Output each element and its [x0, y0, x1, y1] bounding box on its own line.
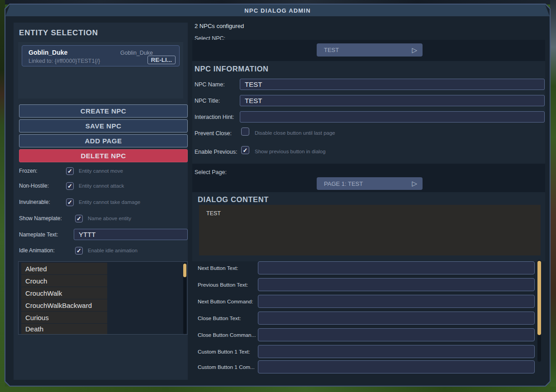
entity-linked-text: Linked to: {#ff0000}TEST1{/} [29, 58, 100, 64]
close-button-command-label: Close Button Comman... [198, 332, 257, 338]
npc-dropdown-value: TEST [324, 47, 412, 53]
nameplate-text-label: Nameplate Text: [19, 231, 75, 238]
frozen-row: Frozen: ✓ Entity cannot move [19, 167, 123, 175]
custom-button-1-text-label: Custom Button 1 Text: [198, 349, 257, 355]
previous-button-text-label: Previous Button Text: [198, 282, 257, 288]
npc-count-text: 2 NPCs configured [195, 23, 244, 29]
animation-item[interactable]: CrouchWalk [21, 287, 107, 299]
title-bar: NPC DIALOG ADMIN [5, 5, 550, 16]
npc-dialog-admin-window: NPC DIALOG ADMIN ENTITY SELECTION Goblin… [5, 4, 551, 387]
interaction-hint-input[interactable] [240, 111, 545, 123]
custom-button-1-text-input[interactable] [258, 345, 535, 358]
next-button-text-input[interactable] [258, 261, 535, 274]
nameplate-text-row: Nameplate Text: [19, 231, 75, 239]
animation-item[interactable]: Alerted [21, 263, 107, 274]
non-hostile-label: Non-Hostile: [19, 183, 66, 189]
frozen-hint: Entity cannot move [79, 168, 123, 174]
idle-animation-label: Idle Animation: [19, 247, 75, 254]
next-button-command-label: Next Button Command: [198, 298, 257, 305]
animation-item[interactable]: Death [21, 324, 107, 334]
prevent-close-label: Prevent Close: [195, 130, 232, 137]
checkmark-icon: ✓ [67, 183, 72, 189]
animation-item[interactable]: Curious [21, 312, 107, 323]
interaction-hint-label: Interaction Hint: [195, 114, 234, 120]
non-hostile-checkbox[interactable]: ✓ [66, 182, 74, 190]
entity-list-item[interactable]: Goblin_Duke Goblin_Duke Linked to: {#ff0… [22, 45, 180, 66]
custom-button-1-command-input[interactable] [258, 360, 535, 373]
select-page-label: Select Page: [195, 169, 227, 175]
entity-type-label: Goblin_Duke [120, 50, 153, 56]
invulnerable-label: Invulnerable: [19, 199, 66, 205]
prevent-close-checkbox[interactable] [241, 128, 249, 136]
npc-select-dropdown[interactable]: TEST ▷ [317, 43, 423, 57]
page-select-dropdown[interactable]: PAGE 1: TEST ▷ [317, 177, 423, 190]
show-nameplate-hint: Name above entity [88, 216, 131, 221]
idle-animation-hint: Enable idle animation [88, 248, 138, 253]
entity-name: Goblin_Duke [29, 49, 67, 56]
animation-item[interactable]: CrouchWalkBackward [21, 299, 107, 311]
invulnerable-hint: Entity cannot take damage [79, 199, 140, 205]
idle-animation-row: Idle Animation: ✓ Enable idle animation [19, 246, 138, 255]
nameplate-text-input[interactable] [74, 229, 188, 240]
add-page-button[interactable]: ADD PAGE [19, 134, 188, 147]
frozen-label: Frozen: [19, 168, 66, 174]
checkmark-icon: ✓ [67, 168, 72, 175]
entity-selection-panel: ENTITY SELECTION Goblin_Duke Goblin_Duke… [14, 23, 188, 380]
checkmark-icon: ✓ [76, 247, 81, 254]
enable-previous-hint: Show previous button in dialog [255, 149, 326, 154]
non-hostile-row: Non-Hostile: ✓ Entity cannot attack [19, 182, 124, 190]
enable-previous-label: Enable Previous: [195, 149, 238, 155]
dialog-content-heading: DIALOG CONTENT [198, 195, 269, 204]
npc-title-label: NPC Title: [195, 98, 220, 104]
invulnerable-checkbox[interactable]: ✓ [66, 198, 74, 206]
close-button-text-label: Close Button Text: [198, 315, 257, 321]
dialog-content-textarea[interactable]: TEST [199, 205, 541, 255]
entity-selection-heading: ENTITY SELECTION [19, 28, 98, 38]
page-scrollbar-thumb[interactable] [537, 261, 541, 335]
show-nameplate-label: Show Nameplate: [19, 215, 75, 222]
show-nameplate-checkbox[interactable]: ✓ [75, 215, 83, 222]
invulnerable-row: Invulnerable: ✓ Entity cannot take damag… [19, 198, 140, 206]
frozen-checkbox[interactable]: ✓ [66, 167, 74, 175]
next-button-text-label: Next Button Text: [198, 265, 257, 271]
game-background-right [550, 0, 556, 392]
dropdown-arrow-icon: ▷ [412, 179, 417, 188]
relink-button[interactable]: RE-LI... [147, 56, 176, 64]
window-title: NPC DIALOG ADMIN [244, 7, 311, 14]
checkmark-icon: ✓ [76, 215, 81, 222]
idle-animation-checkbox[interactable]: ✓ [75, 247, 83, 255]
next-button-command-input[interactable] [258, 295, 535, 308]
checkmark-icon: ✓ [67, 199, 72, 206]
prevent-close-hint: Disable close button until last page [255, 130, 335, 136]
close-button-command-input[interactable] [258, 328, 535, 341]
page-dropdown-value: PAGE 1: TEST [324, 180, 412, 187]
delete-npc-button[interactable]: DELETE NPC [19, 149, 188, 162]
close-button-text-input[interactable] [258, 312, 535, 325]
show-nameplate-row: Show Nameplate: ✓ Name above entity [19, 214, 131, 222]
npc-name-label: NPC Name: [195, 81, 225, 88]
animation-list: Alerted Crouch CrouchWalk CrouchWalkBack… [18, 261, 188, 335]
npc-title-input[interactable] [240, 95, 545, 106]
create-npc-button[interactable]: CREATE NPC [19, 104, 188, 118]
previous-button-text-input[interactable] [258, 278, 535, 291]
enable-previous-checkbox[interactable]: ✓ [241, 146, 249, 154]
entity-list: Goblin_Duke Goblin_Duke Linked to: {#ff0… [18, 42, 183, 99]
npc-information-heading: NPC INFORMATION [195, 65, 269, 73]
custom-button-1-command-label: Custom Button 1 Com... [198, 364, 257, 370]
dropdown-arrow-icon: ▷ [412, 46, 417, 54]
animation-scrollbar-thumb[interactable] [183, 264, 186, 277]
npc-name-input[interactable] [240, 79, 545, 90]
game-background-bottom [0, 387, 556, 392]
non-hostile-hint: Entity cannot attack [79, 183, 124, 189]
animation-item[interactable]: Crouch [21, 275, 107, 287]
save-npc-button[interactable]: SAVE NPC [19, 119, 188, 132]
checkmark-icon: ✓ [243, 147, 248, 154]
